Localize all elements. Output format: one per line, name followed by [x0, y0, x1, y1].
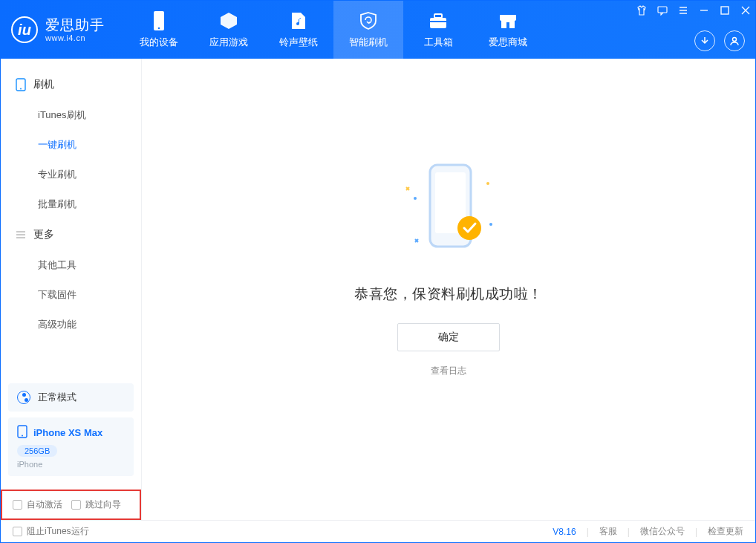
svg-point-14 — [414, 197, 417, 200]
sidebar-item-download-firmware[interactable]: 下载固件 — [1, 280, 141, 310]
tab-label: 铃声壁纸 — [279, 36, 318, 49]
menu-icon[interactable] — [678, 5, 688, 18]
success-illustration — [393, 157, 504, 264]
app-url: www.i4.cn — [45, 33, 105, 43]
device-name: iPhone XS Max — [33, 427, 102, 438]
tab-toolbox[interactable]: 工具箱 — [403, 1, 473, 59]
svg-rect-7 — [658, 7, 667, 13]
app-title: 爱思助手 — [45, 17, 105, 33]
sidebar-item-batch-flash[interactable]: 批量刷机 — [1, 189, 141, 219]
svg-rect-8 — [721, 7, 729, 14]
tab-label: 我的设备 — [140, 36, 178, 49]
maximize-button[interactable] — [720, 5, 730, 18]
group-label: 刷机 — [33, 78, 54, 91]
music-file-icon — [288, 10, 309, 31]
feedback-icon[interactable] — [657, 5, 668, 18]
tab-ringtones[interactable]: 铃声壁纸 — [264, 1, 333, 59]
mode-label: 正常模式 — [38, 391, 76, 404]
svg-point-19 — [457, 216, 481, 240]
tab-label: 爱思商城 — [489, 36, 527, 49]
tab-apps-games[interactable]: 应用游戏 — [194, 1, 264, 59]
user-icon[interactable] — [724, 30, 745, 51]
refresh-shield-icon — [358, 10, 379, 31]
sidebar-item-pro-flash[interactable]: 专业刷机 — [1, 160, 141, 189]
device-cards: 正常模式 iPhone XS Max 256GB iPhone — [1, 383, 141, 490]
svg-point-11 — [20, 88, 22, 90]
window-controls — [636, 5, 751, 18]
main-tabs: 我的设备 应用游戏 铃声壁纸 智能刷机 工具箱 爱思商城 — [124, 1, 543, 59]
sidebar-item-other-tools[interactable]: 其他工具 — [1, 250, 141, 280]
checkbox-icon — [13, 527, 22, 536]
sidebar-item-advanced[interactable]: 高级功能 — [1, 310, 141, 339]
ok-button[interactable]: 确定 — [397, 323, 500, 351]
close-button[interactable] — [740, 5, 751, 18]
title-bar: iu 爱思助手 www.i4.cn 我的设备 应用游戏 铃声壁纸 智能刷机 工具… — [1, 1, 755, 59]
toolbox-icon — [428, 10, 449, 31]
download-icon[interactable] — [694, 30, 715, 51]
svg-rect-2 — [430, 18, 446, 28]
phone-icon — [149, 10, 169, 31]
svg-point-9 — [733, 38, 737, 42]
body: 刷机 iTunes刷机 一键刷机 专业刷机 批量刷机 更多 其他工具 下载固件 … — [1, 59, 755, 520]
device-icon — [17, 425, 27, 440]
checkbox-block-itunes[interactable]: 阻止iTunes运行 — [13, 525, 89, 538]
checkbox-label: 自动激活 — [27, 498, 62, 511]
checkbox-icon — [13, 500, 22, 510]
svg-point-15 — [486, 182, 489, 185]
tshirt-icon[interactable] — [636, 5, 647, 18]
sidebar-item-one-click-flash[interactable]: 一键刷机 — [1, 130, 141, 160]
tab-label: 智能刷机 — [349, 36, 388, 49]
svg-rect-4 — [430, 21, 446, 22]
phone-outline-icon — [16, 78, 26, 91]
logo-icon: iu — [11, 16, 38, 43]
sidebar: 刷机 iTunes刷机 一键刷机 专业刷机 批量刷机 更多 其他工具 下载固件 … — [1, 59, 142, 520]
status-bar: 阻止iTunes运行 V8.16 | 客服 | 微信公众号 | 检查更新 — [1, 520, 755, 542]
svg-point-1 — [158, 27, 160, 30]
svg-point-16 — [489, 223, 492, 226]
checkbox-label: 跳过向导 — [85, 498, 121, 511]
sidebar-group-flash: 刷机 — [1, 69, 141, 100]
main-content: 恭喜您，保资料刷机成功啦！ 确定 查看日志 — [142, 59, 755, 520]
tab-smart-flash[interactable]: 智能刷机 — [333, 1, 403, 59]
success-message: 恭喜您，保资料刷机成功啦！ — [354, 284, 543, 304]
sidebar-item-itunes-flash[interactable]: iTunes刷机 — [1, 100, 141, 130]
checkbox-label: 阻止iTunes运行 — [27, 525, 89, 538]
store-icon — [498, 10, 518, 31]
tab-label: 应用游戏 — [209, 36, 248, 49]
device-card[interactable]: iPhone XS Max 256GB iPhone — [8, 417, 134, 476]
group-label: 更多 — [33, 228, 54, 241]
svg-rect-3 — [434, 14, 442, 18]
checkbox-icon — [71, 500, 81, 510]
version-label: V8.16 — [553, 527, 576, 537]
checkbox-auto-activate[interactable]: 自动激活 — [13, 498, 62, 511]
wechat-link[interactable]: 微信公众号 — [640, 525, 685, 538]
check-update-link[interactable]: 检查更新 — [708, 525, 743, 538]
list-icon — [16, 230, 26, 240]
svg-point-13 — [22, 435, 23, 437]
device-type: iPhone — [17, 460, 125, 469]
sidebar-group-more: 更多 — [1, 219, 141, 250]
customer-service-link[interactable]: 客服 — [599, 525, 617, 538]
tab-store[interactable]: 爱思商城 — [473, 1, 543, 59]
cube-icon — [218, 10, 239, 31]
svg-rect-6 — [506, 22, 509, 28]
storage-badge: 256GB — [17, 445, 57, 457]
checkbox-skip-guide[interactable]: 跳过向导 — [71, 498, 121, 511]
tab-label: 工具箱 — [424, 36, 453, 49]
tab-my-device[interactable]: 我的设备 — [124, 1, 194, 59]
mode-card[interactable]: 正常模式 — [8, 383, 134, 412]
logo: iu 爱思助手 www.i4.cn — [1, 1, 120, 59]
option-row-highlighted: 自动激活 跳过向导 — [1, 490, 141, 520]
header-right-icons — [694, 30, 745, 51]
mode-icon — [17, 391, 30, 404]
view-log-link[interactable]: 查看日志 — [431, 365, 466, 377]
minimize-button[interactable] — [699, 5, 709, 18]
